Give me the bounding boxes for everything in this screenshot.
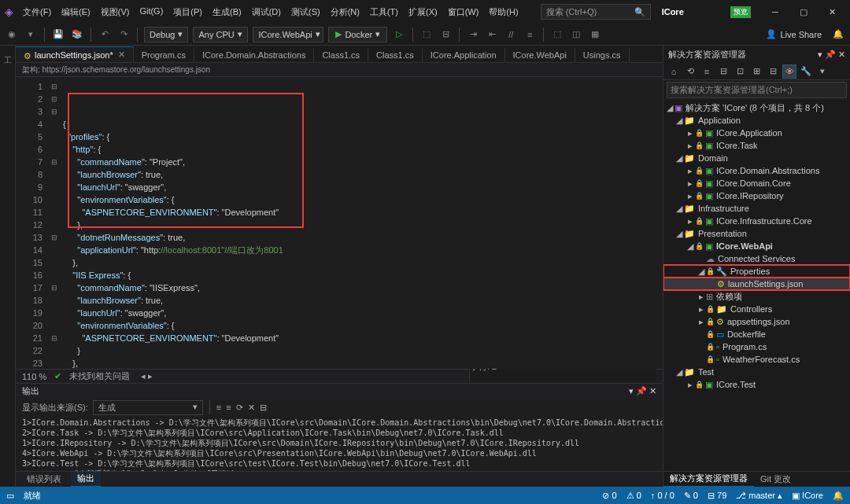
tb-icon-2[interactable]: ⊟ <box>438 28 453 42</box>
properties-folder[interactable]: ◢🔒🔧Properties <box>663 265 850 278</box>
tab-errorlist[interactable]: 错误列表 <box>20 472 68 487</box>
solution-search[interactable]: 搜索解决方案资源管理器(Ctrl+;) <box>667 82 847 98</box>
panel-menu-icon[interactable]: ▾ 📌 ✕ <box>818 50 845 60</box>
pin-icon[interactable]: ▾ 📌 ✕ <box>629 386 656 396</box>
proj-task[interactable]: ▸🔒▣ICore.Task <box>663 139 850 152</box>
tab-webapi[interactable]: ICore.WebApi <box>505 48 575 62</box>
folder-domain[interactable]: ◢📁Domain <box>663 152 850 164</box>
menu-edit[interactable]: 编辑(E) <box>57 3 95 21</box>
output-icon-1[interactable]: ≡ <box>216 403 221 412</box>
platform-dropdown[interactable]: Any CPU▾ <box>193 27 248 42</box>
more-icon[interactable]: ▾ <box>815 64 830 79</box>
menu-file[interactable]: 文件(F) <box>18 3 56 21</box>
launchsettings-file[interactable]: ⚙launchSettings.json <box>663 278 850 290</box>
saveall-icon[interactable]: 📚 <box>70 28 84 42</box>
save-icon[interactable]: ≡ <box>700 64 714 79</box>
nav-back-icon[interactable]: ◉ <box>5 28 19 42</box>
status-task[interactable]: ⊟ 79 <box>708 491 726 501</box>
folder-presentation[interactable]: ◢📁Presentation <box>663 227 850 240</box>
status-branch[interactable]: ⎇ master ▴ <box>736 491 782 501</box>
proj-infra-core[interactable]: ▸🔒▣ICore.Infrastructure.Core <box>663 215 850 227</box>
folder-infra[interactable]: ◢📁Infrastructure <box>663 202 850 215</box>
connected-services[interactable]: ☁Connected Services <box>663 252 850 265</box>
appsettings-file[interactable]: ▸🔒⚙appsettings.json <box>663 315 850 328</box>
menu-view[interactable]: 视图(V) <box>96 3 135 21</box>
status-errors[interactable]: ⊘ 0 <box>602 491 616 501</box>
status-add[interactable]: ✎ 0 <box>684 491 698 501</box>
undo-icon[interactable]: ↶ <box>98 28 112 42</box>
proj-dom-abs[interactable]: ▸🔒▣ICore.Domain.Abstractions <box>663 164 850 177</box>
tab-program[interactable]: Program.cs <box>134 48 194 62</box>
save-icon[interactable]: 💾 <box>51 28 65 42</box>
proj-dom-core[interactable]: ▸🔒▣ICore.Domain.Core <box>663 177 850 189</box>
dockerfile[interactable]: 🔒▭Dockerfile <box>663 328 850 340</box>
status-repo[interactable]: ▣ ICore <box>792 491 823 501</box>
status-bell-icon[interactable]: 🔔 <box>833 491 844 501</box>
nav-fwd-icon[interactable]: ▾ <box>24 28 38 42</box>
folder-test[interactable]: ◢📁Test <box>663 366 850 378</box>
search-input[interactable]: 搜索 (Ctrl+Q)🔍 <box>541 4 651 20</box>
menu-tools[interactable]: 工具(T) <box>365 3 403 21</box>
weather-file[interactable]: 🔒▫WeatherForecast.cs <box>663 353 850 366</box>
tab-app[interactable]: ICore.Application <box>423 48 505 62</box>
code-editor[interactable]: 1234567891011121314151617181920212223242… <box>16 77 663 369</box>
minimize-button[interactable]: ─ <box>762 3 789 20</box>
close-icon[interactable]: ✕ <box>118 50 125 60</box>
tb-icon-4[interactable]: ⇤ <box>485 28 499 42</box>
rtab-git[interactable]: Git 更改 <box>754 472 797 487</box>
zoom-level[interactable]: 110 % <box>22 372 46 381</box>
tb-icon-9[interactable]: ▦ <box>588 28 602 42</box>
tab-output[interactable]: 输出 <box>71 471 101 487</box>
tab-usings[interactable]: Usings.cs <box>575 48 630 62</box>
showall-icon[interactable]: ⊡ <box>733 64 747 79</box>
tb-icon-1[interactable]: ⬚ <box>419 28 434 42</box>
redo-icon[interactable]: ↷ <box>116 28 131 42</box>
sync-icon[interactable]: ⟲ <box>683 64 697 79</box>
menu-test[interactable]: 测试(S) <box>286 3 325 21</box>
collapse-icon[interactable]: ⊟ <box>716 64 730 79</box>
home-icon[interactable]: ⌂ <box>667 64 681 79</box>
menu-analyze[interactable]: 分析(N) <box>326 3 364 21</box>
tab-launchsettings[interactable]: ⚙launchSettings.json*✕ <box>16 46 134 62</box>
menu-debug[interactable]: 调试(D) <box>247 3 286 21</box>
maximize-button[interactable]: ▢ <box>790 3 817 20</box>
close-button[interactable]: ✕ <box>819 3 845 20</box>
tb-icon-8[interactable]: ◫ <box>569 28 583 42</box>
output-text[interactable]: 1>ICore.Domain.Abstractions -> D:\学习文件\架… <box>16 416 663 471</box>
wrench-icon[interactable]: 🔧 <box>799 64 813 79</box>
solution-root[interactable]: ◢▣解决方案 'ICore' (8 个项目，共 8 个) <box>663 101 850 114</box>
feedback-icon[interactable]: 🔔 <box>831 28 845 42</box>
tb-icon-3[interactable]: ⇥ <box>466 28 480 42</box>
menu-window[interactable]: 窗口(W) <box>443 3 484 21</box>
menu-extensions[interactable]: 扩展(X) <box>404 3 442 21</box>
menu-project[interactable]: 项目(P) <box>168 3 207 21</box>
proj-irepo[interactable]: ▸🔒▣ICore.IRepository <box>663 189 850 202</box>
status-warnings[interactable]: ⚠ 0 <box>626 491 641 501</box>
refresh-icon[interactable]: ⊞ <box>749 64 763 79</box>
preview-icon[interactable]: 👁 <box>782 64 796 79</box>
output-icon-3[interactable]: ⟳ <box>236 403 243 413</box>
solution-tree[interactable]: ◢▣解决方案 'ICore' (8 个项目，共 8 个) ◢📁Applicati… <box>663 100 850 471</box>
tab-class1b[interactable]: Class1.cs <box>368 48 423 62</box>
program-file[interactable]: 🔒▫Program.cs <box>663 340 850 353</box>
output-icon-5[interactable]: ⊟ <box>260 403 267 413</box>
menu-git[interactable]: Git(G) <box>135 3 168 21</box>
tab-class1a[interactable]: Class1.cs <box>314 48 368 62</box>
folder-application[interactable]: ◢📁Application <box>663 114 850 127</box>
output-icon-2[interactable]: ≡ <box>226 403 231 412</box>
liveshare-button[interactable]: 👤Live Share <box>761 28 826 41</box>
output-icon-4[interactable]: ✕ <box>248 403 255 413</box>
startup-dropdown[interactable]: ICore.WebApi▾ <box>253 27 323 42</box>
proj-webapi[interactable]: ◢🔒▣ICore.WebApi <box>663 240 850 252</box>
menu-help[interactable]: 帮助(H) <box>484 3 523 21</box>
output-source-dropdown[interactable]: 生成▾ <box>93 400 203 415</box>
controllers-folder[interactable]: ▸🔒📁Controllers <box>663 303 850 315</box>
tb-icon-5[interactable]: // <box>504 28 518 42</box>
config-dropdown[interactable]: Debug▾ <box>144 27 188 42</box>
rtab-solution[interactable]: 解决方案资源管理器 <box>663 471 754 487</box>
proj-test[interactable]: ▸🔒▣ICore.Test <box>663 378 850 391</box>
tb-icon-7[interactable]: ⬚ <box>550 28 564 42</box>
prop-icon[interactable]: ⊟ <box>766 64 780 79</box>
proj-app[interactable]: ▸🔒▣ICore.Application <box>663 127 850 139</box>
tab-domain-abs[interactable]: ICore.Domain.Abstractions <box>194 48 314 62</box>
